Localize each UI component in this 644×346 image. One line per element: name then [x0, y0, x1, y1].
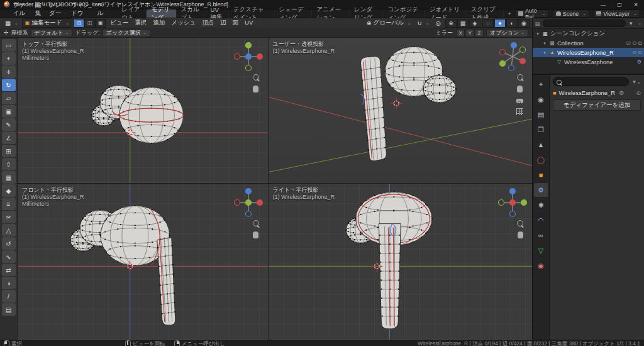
zoom-icon[interactable] [253, 220, 259, 226]
outliner-row-Collection[interactable]: ▾▥Collection☑ʘ◘ [533, 38, 644, 48]
pan-hand-icon[interactable] [253, 86, 258, 92]
disclosure-caret-icon[interactable]: ▾ [535, 31, 540, 36]
navigation-gizmo[interactable] [233, 42, 264, 72]
outliner-editor-icon[interactable]: ▤ [535, 21, 540, 26]
mirror-x-toggle[interactable]: X [456, 29, 465, 37]
outliner-search-input[interactable] [543, 20, 626, 27]
editor-type-button[interactable]: ▦⌄ [3, 19, 21, 27]
shading-rendered-icon[interactable]: ◉ [518, 19, 530, 28]
viewport-front[interactable]: フロント・平行投影 (1) WirelessEarphone_R Millime… [18, 184, 268, 340]
navigation-gizmo[interactable] [497, 42, 528, 72]
viewport-menu-頂点[interactable]: 頂点 [199, 19, 217, 27]
select-mode-edge[interactable]: ◫ [84, 19, 95, 28]
shading-wireframe-icon[interactable]: ◌ [482, 19, 494, 28]
viewport-top[interactable]: トップ・平行投影 (1) WirelessEarphone_R Millimet… [18, 38, 268, 183]
workspace-tab[interactable]: レンダリング [350, 9, 383, 18]
modifier-wrench-icon[interactable]: ⚙ [637, 59, 641, 65]
tool-shrink-fatten[interactable]: ◑ [2, 277, 16, 289]
workspace-tab[interactable]: アニメーション [312, 9, 350, 18]
properties-filter-icon[interactable]: ▼⌄ [631, 79, 641, 85]
tool-rip-region[interactable]: ▤ [2, 303, 16, 316]
pin-icon[interactable]: ⊙ [636, 90, 641, 96]
properties-tab-tool[interactable]: ⌖ [534, 77, 548, 91]
xray-icon[interactable]: ◈ [469, 19, 480, 28]
viewport-menu-ビュー[interactable]: ビュー [107, 19, 131, 27]
eye-icon[interactable]: ʘ [633, 40, 636, 46]
tool-edge-slide[interactable]: ⇄ [2, 264, 16, 276]
mode-selector[interactable]: ▣編集モード⌄ [22, 18, 72, 28]
close-button[interactable]: ✕ [628, 0, 644, 9]
viewport-menu-UV[interactable]: UV [242, 19, 256, 27]
workspace-tab[interactable]: テクスチャペイント [229, 9, 275, 18]
show-gizmo-icon[interactable]: ⊕ [445, 19, 457, 28]
properties-tab-view-layer[interactable]: ❐ [534, 123, 548, 137]
pan-hand-icon[interactable] [518, 232, 523, 238]
properties-tab-object-data[interactable]: ▽ [534, 243, 548, 257]
tool-inset-faces[interactable]: ▦ [2, 171, 16, 184]
pan-hand-icon[interactable] [253, 232, 258, 238]
properties-tab-modifiers[interactable]: ⚙ [534, 183, 548, 197]
maximize-button[interactable]: ▢ [611, 0, 628, 9]
navigation-gizmo[interactable] [497, 187, 528, 218]
viewport-menu-選択[interactable]: 選択 [131, 19, 150, 27]
overlays-icon[interactable]: ▦ [457, 19, 469, 28]
tool-measure[interactable]: ∠ [2, 131, 16, 144]
add-workspace-button[interactable]: + [504, 10, 515, 17]
camera-view-icon[interactable] [516, 99, 523, 103]
workspace-tab[interactable]: レイアウト [117, 9, 147, 18]
earphone-mesh-top[interactable] [91, 84, 184, 144]
tool-rotate[interactable]: ↻ [2, 79, 16, 91]
tool-add-cube[interactable]: ⊞ [2, 145, 16, 157]
disclosure-caret-icon[interactable]: ▾ [542, 50, 547, 55]
checkbox-icon[interactable]: ☑ [626, 40, 631, 46]
tool-move[interactable]: ✛ [2, 65, 16, 78]
viewport-right[interactable]: ライト・平行投影 (1) WirelessEarphone_R [269, 184, 532, 340]
zoom-icon[interactable] [253, 74, 259, 81]
workspace-tab[interactable]: スクリプト作成 [467, 9, 504, 18]
auto-dropdown[interactable]: Auto Rel...⌄ [515, 9, 549, 18]
shading-material-preview-icon[interactable]: ◐ [506, 19, 518, 28]
disclosure-caret-icon[interactable]: ▾ [542, 41, 547, 46]
tool-shear[interactable]: / [2, 290, 16, 303]
tool-loop-cut[interactable]: ≡ [2, 198, 16, 210]
navigation-gizmo[interactable] [233, 187, 264, 218]
earphone-mesh-right[interactable] [345, 191, 433, 329]
tool-extrude-region[interactable]: ⇧ [2, 158, 16, 170]
workspace-tab[interactable]: ジオメトリノード [425, 9, 467, 18]
shading-solid-icon[interactable]: ● [494, 19, 506, 28]
workspace-tab[interactable]: UV編集 [206, 9, 229, 18]
tool-tweak-select[interactable]: ▭ [2, 39, 16, 52]
properties-tab-render[interactable]: ◉ [534, 92, 548, 106]
tool-bevel[interactable]: ◆ [2, 184, 16, 197]
earphone-mesh-front[interactable] [70, 205, 175, 325]
workspace-tab[interactable]: スカルプト [177, 9, 206, 18]
properties-tab-output[interactable]: ▤ [534, 108, 548, 121]
mirror-y-toggle[interactable]: Y [465, 29, 474, 37]
camera-icon[interactable]: ◘ [638, 50, 641, 55]
outliner-row-WirelessEarphone[interactable]: ▽WirelessEarphone⚙ [533, 57, 644, 67]
add-modifier-button[interactable]: モディファイアーを追加 [553, 99, 641, 111]
workspace-tab[interactable]: モデリング [147, 9, 176, 18]
properties-tab-constraints[interactable]: ∞ [534, 228, 548, 242]
transform-orientation-selector[interactable]: ⊕グローバル⌄ [364, 19, 414, 27]
properties-tab-particles[interactable]: ✱ [534, 198, 548, 212]
zoom-icon[interactable] [517, 220, 523, 226]
minimize-button[interactable]: — [595, 0, 611, 9]
workspace-tab[interactable]: コンポジティング [383, 9, 425, 18]
tool-smooth[interactable]: ∿ [2, 250, 16, 263]
filter-funnel-icon[interactable]: ▼ [628, 21, 633, 26]
workspace-tab[interactable]: シェーディング [275, 9, 313, 18]
viewport-menu-辺[interactable]: 辺 [217, 19, 230, 27]
options-dropdown[interactable]: オプション⌄ [486, 29, 528, 37]
viewport-menu-面[interactable]: 面 [230, 19, 242, 27]
properties-search-input[interactable] [553, 77, 629, 86]
tool-annotate[interactable]: ✎ [2, 118, 16, 131]
tool-transform[interactable]: ▣ [2, 105, 16, 118]
viewport-menu-メッシュ[interactable]: メッシュ [168, 19, 199, 27]
outliner-row-シーンコレクション[interactable]: ▾▦シーンコレクション [533, 29, 644, 38]
tool-scale[interactable]: ▱ [2, 92, 16, 104]
properties-tab-scene[interactable]: ▲ [534, 138, 548, 152]
select-mode-vertex[interactable]: ⊡ [74, 19, 84, 28]
camera-icon[interactable]: ◘ [638, 40, 641, 46]
outliner-row-WirelessEarphone_R[interactable]: ▾▲WirelessEarphone_Rʘ◘ [533, 48, 644, 57]
